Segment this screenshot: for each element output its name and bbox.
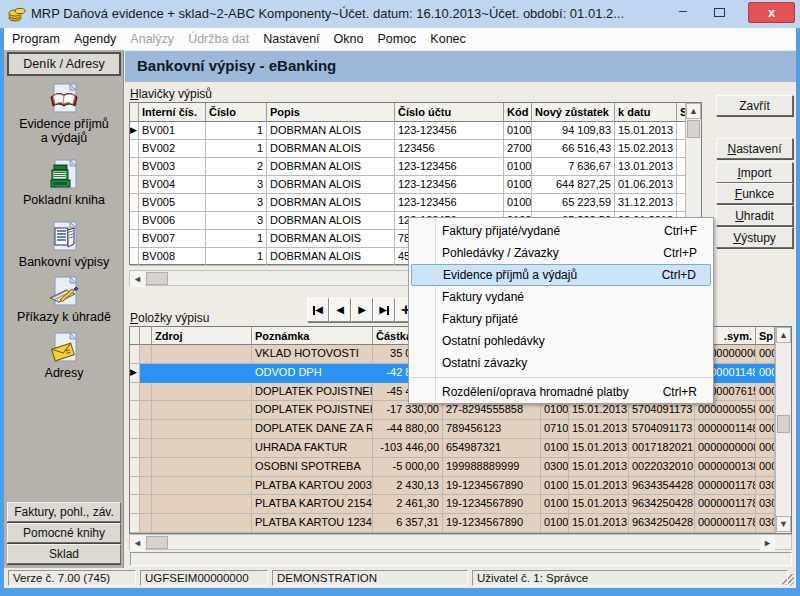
- column-header[interactable]: Interní čís.: [139, 103, 206, 122]
- column-header[interactable]: Popis: [267, 103, 395, 122]
- scroll-left-icon[interactable]: ◄: [130, 535, 145, 551]
- grid-cell: 0000000138: [695, 458, 756, 477]
- grid-cell: 5704091173: [629, 420, 695, 439]
- grid-row[interactable]: PLATBA KARTOU 20032 430,1319-12345678900…: [130, 477, 791, 496]
- close-button[interactable]: x: [748, 2, 795, 23]
- grid-cell: 030: [756, 514, 775, 533]
- menu-item-3: Údržba dat: [182, 30, 255, 48]
- sidebar-item-2[interactable]: Bankovní výpisy: [4, 221, 124, 269]
- context-menu-item-8[interactable]: Rozdělení/oprava hromadné platbyCtrl+R: [411, 381, 711, 403]
- grid-cell: DOBRMAN ALOIS: [267, 194, 395, 212]
- button-zavřít[interactable]: Zavřít: [716, 95, 793, 116]
- maximize-button[interactable]: [704, 0, 734, 24]
- grid-row[interactable]: BV0021DOBRMAN ALOIS123456270066 516,4315…: [130, 140, 701, 158]
- menu-bar: ProgramAgendyAnalýzyÚdržba datNastaveníO…: [4, 28, 796, 50]
- scroll-up-icon[interactable]: ▲: [776, 327, 791, 343]
- nav-first-button[interactable]: ◀: [307, 298, 329, 322]
- column-header[interactable]: Kód: [504, 103, 532, 122]
- menu-item-6[interactable]: Pomoc: [371, 30, 422, 48]
- nav-last-button[interactable]: ▶: [373, 298, 395, 322]
- grid-cell: 27-8294555858: [443, 401, 541, 420]
- context-menu-item-2[interactable]: Evidence příjmů a výdajůCtrl+D: [411, 264, 711, 286]
- context-menu-item-1[interactable]: Pohledávky / ZávazkyCtrl+P: [411, 242, 711, 264]
- grid-cell: [130, 477, 140, 496]
- context-menu-item-5[interactable]: Ostatní pohledávky: [411, 330, 711, 352]
- nav-next-button[interactable]: ▶: [351, 298, 373, 322]
- grid-cell: 030: [756, 477, 775, 496]
- menu-item-0[interactable]: Program: [6, 30, 66, 48]
- scroll-right-icon[interactable]: ►: [760, 535, 775, 551]
- grid-cell: 31.12.2013: [615, 194, 677, 212]
- grid-row[interactable]: DOPLATEK DANE ZA R-44 880,00789456123071…: [130, 420, 791, 439]
- hscroll-thumb[interactable]: [146, 536, 168, 549]
- column-header[interactable]: Číslo účtu: [395, 103, 504, 122]
- grid-cell: 123-123456: [395, 194, 504, 212]
- button-funkce[interactable]: Funkce: [716, 183, 793, 204]
- grid-cell: DOBRMAN ALOIS: [267, 122, 395, 140]
- grid-cell: [130, 458, 140, 477]
- grid-cell: 000: [756, 420, 775, 439]
- context-menu-item-4[interactable]: Faktury přijaté: [411, 308, 711, 330]
- menu-item-2: Analýzy: [124, 30, 180, 48]
- scroll-down-icon[interactable]: ▼: [776, 516, 791, 532]
- grid-cell: 15.01.2013: [569, 420, 629, 439]
- items-grid-vscrollbar[interactable]: ▲▼: [775, 327, 791, 533]
- vscroll-thumb[interactable]: [777, 415, 790, 433]
- scroll-up-icon[interactable]: ▲: [686, 103, 701, 119]
- grid-cell: BV004: [139, 176, 206, 194]
- sidebar-button-1[interactable]: Pomocné knihy: [7, 523, 121, 543]
- sidebar-item-0[interactable]: Evidence příjmůa výdajů: [4, 83, 124, 145]
- grid-row[interactable]: BV0053DOBRMAN ALOIS123-123456010065 223,…: [130, 194, 701, 212]
- scroll-left-icon[interactable]: ◄: [130, 271, 145, 287]
- items-grid-hscrollbar[interactable]: ◄ ►: [129, 534, 792, 550]
- context-menu-item-3[interactable]: Faktury vydané: [411, 286, 711, 308]
- sidebar-header-denik-adresy[interactable]: Deník / Adresy: [7, 52, 121, 76]
- menu-item-7[interactable]: Konec: [424, 30, 471, 48]
- grid-row[interactable]: UHRADA FAKTUR-103 446,00654987321010015.…: [130, 439, 791, 458]
- grid-row[interactable]: BV0032DOBRMAN ALOIS123-12345601007 636,6…: [130, 158, 701, 176]
- grid-row[interactable]: OSOBNI SPOTREBA-5 000,001999888899990300…: [130, 458, 791, 477]
- column-header[interactable]: Sp: [756, 327, 775, 345]
- grid-cell: [130, 514, 140, 533]
- column-header[interactable]: Zdroj: [152, 327, 252, 345]
- grid-cell: 15.01.2013: [569, 477, 629, 496]
- button-výstupy[interactable]: Výstupy: [716, 227, 793, 248]
- column-header[interactable]: [130, 327, 140, 345]
- context-menu-item-0[interactable]: Faktury přijaté/vydanéCtrl+F: [411, 220, 711, 242]
- grid-cell: BV002: [139, 140, 206, 158]
- nav-prev-button[interactable]: ◀: [329, 298, 351, 322]
- grid-cell: BV003: [139, 158, 206, 176]
- menu-item-4[interactable]: Nastavení: [257, 30, 325, 48]
- column-header[interactable]: [140, 327, 152, 345]
- hscroll-thumb[interactable]: [146, 272, 168, 285]
- sidebar-button-0[interactable]: Faktury, pohl., záv.: [7, 502, 121, 522]
- sidebar-item-4[interactable]: Adresy: [4, 332, 124, 380]
- grid-cell: PLATBA KARTOU 2003: [252, 477, 373, 496]
- grid-row[interactable]: DOPLATEK POJISTNEH-17 330,0027-829455585…: [130, 401, 791, 420]
- sidebar-button-2[interactable]: Sklad: [7, 544, 121, 564]
- grid-cell: [130, 248, 139, 266]
- grid-cell: [140, 495, 152, 514]
- sidebar-item-1[interactable]: Pokladní kniha: [4, 159, 124, 207]
- column-header[interactable]: Nový zůstatek: [532, 103, 615, 122]
- column-header[interactable]: Poznámka: [252, 327, 373, 345]
- menu-item-1[interactable]: Agendy: [68, 30, 122, 48]
- grid-cell: BV007: [139, 230, 206, 248]
- grid-row[interactable]: BV0043DOBRMAN ALOIS123-1234560100644 827…: [130, 176, 701, 194]
- button-uhradit[interactable]: Uhradit: [716, 205, 793, 226]
- sidebar-item-3[interactable]: Příkazy k úhradě: [4, 276, 124, 324]
- grid-cell: [130, 401, 140, 420]
- context-menu-item-6[interactable]: Ostatní závazky: [411, 352, 711, 374]
- column-header[interactable]: k datu: [615, 103, 677, 122]
- grid-row[interactable]: PLATBA KARTOU 21542 461,3019-12345678900…: [130, 495, 791, 514]
- minimize-button[interactable]: –: [668, 0, 698, 24]
- grid-row[interactable]: ▶BV0011DOBRMAN ALOIS123-123456010094 109…: [130, 122, 701, 140]
- column-header[interactable]: Číslo: [206, 103, 267, 122]
- button-nastavení[interactable]: Nastavení: [716, 138, 793, 159]
- column-header[interactable]: [130, 103, 139, 122]
- vscroll-thumb[interactable]: [687, 120, 700, 138]
- grid-row[interactable]: PLATBA KARTOU 12346 357,3119-12345678900…: [130, 514, 791, 533]
- menu-item-5[interactable]: Okno: [328, 30, 370, 48]
- button-import[interactable]: Import: [716, 162, 793, 183]
- grid-cell: [140, 345, 152, 364]
